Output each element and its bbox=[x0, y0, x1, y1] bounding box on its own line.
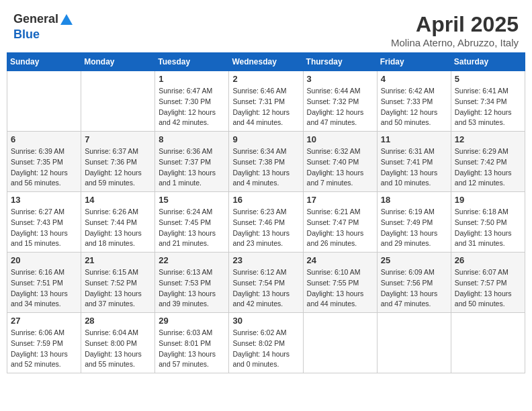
day-number: 2 bbox=[232, 74, 299, 84]
day-number: 21 bbox=[85, 255, 151, 265]
day-number: 15 bbox=[159, 195, 225, 205]
day-info: Sunrise: 6:02 AMSunset: 8:02 PMDaylight:… bbox=[232, 328, 299, 370]
calendar-cell: 3Sunrise: 6:44 AMSunset: 7:32 PMDaylight… bbox=[303, 71, 377, 132]
day-number: 19 bbox=[455, 195, 521, 205]
day-number: 9 bbox=[232, 134, 299, 144]
day-info: Sunrise: 6:42 AMSunset: 7:33 PMDaylight:… bbox=[381, 86, 447, 128]
day-number: 25 bbox=[381, 255, 447, 265]
day-info: Sunrise: 6:41 AMSunset: 7:34 PMDaylight:… bbox=[455, 86, 521, 128]
calendar-cell bbox=[303, 313, 377, 373]
calendar-cell: 14Sunrise: 6:26 AMSunset: 7:44 PMDayligh… bbox=[81, 192, 155, 253]
day-info: Sunrise: 6:44 AMSunset: 7:32 PMDaylight:… bbox=[307, 86, 373, 128]
calendar-cell: 4Sunrise: 6:42 AMSunset: 7:33 PMDaylight… bbox=[377, 71, 451, 132]
day-number: 8 bbox=[159, 134, 225, 144]
calendar-cell: 7Sunrise: 6:37 AMSunset: 7:36 PMDaylight… bbox=[81, 132, 155, 192]
day-info: Sunrise: 6:06 AMSunset: 7:59 PMDaylight:… bbox=[11, 328, 77, 370]
calendar-cell: 13Sunrise: 6:27 AMSunset: 7:43 PMDayligh… bbox=[7, 192, 81, 253]
calendar-cell: 2Sunrise: 6:46 AMSunset: 7:31 PMDaylight… bbox=[229, 71, 303, 132]
weekday-header-tuesday: Tuesday bbox=[155, 53, 229, 71]
day-info: Sunrise: 6:24 AMSunset: 7:45 PMDaylight:… bbox=[159, 207, 225, 249]
weekday-header-sunday: Sunday bbox=[7, 53, 81, 71]
day-number: 24 bbox=[307, 255, 373, 265]
weekday-header-friday: Friday bbox=[377, 53, 451, 71]
calendar-cell bbox=[451, 313, 525, 373]
day-info: Sunrise: 6:23 AMSunset: 7:46 PMDaylight:… bbox=[232, 207, 299, 249]
calendar-cell: 23Sunrise: 6:12 AMSunset: 7:54 PMDayligh… bbox=[229, 253, 303, 313]
weekday-header-monday: Monday bbox=[81, 53, 155, 71]
day-info: Sunrise: 6:21 AMSunset: 7:47 PMDaylight:… bbox=[307, 207, 373, 249]
logo: General Blue bbox=[13, 12, 75, 42]
calendar-cell: 10Sunrise: 6:32 AMSunset: 7:40 PMDayligh… bbox=[303, 132, 377, 192]
day-number: 10 bbox=[307, 134, 373, 144]
logo-blue-text: Blue bbox=[13, 28, 40, 41]
day-info: Sunrise: 6:34 AMSunset: 7:38 PMDaylight:… bbox=[232, 146, 299, 189]
day-number: 12 bbox=[455, 134, 521, 144]
day-info: Sunrise: 6:27 AMSunset: 7:43 PMDaylight:… bbox=[11, 207, 77, 249]
calendar-cell: 8Sunrise: 6:36 AMSunset: 7:37 PMDaylight… bbox=[155, 132, 229, 192]
logo-icon bbox=[59, 13, 74, 28]
calendar-cell: 19Sunrise: 6:18 AMSunset: 7:50 PMDayligh… bbox=[451, 192, 525, 253]
calendar-cell bbox=[81, 71, 155, 132]
calendar-header: SundayMondayTuesdayWednesdayThursdayFrid… bbox=[7, 53, 525, 71]
day-info: Sunrise: 6:18 AMSunset: 7:50 PMDaylight:… bbox=[455, 207, 521, 249]
calendar-cell: 17Sunrise: 6:21 AMSunset: 7:47 PMDayligh… bbox=[303, 192, 377, 253]
month-title: April 2025 bbox=[391, 12, 519, 37]
day-number: 29 bbox=[159, 316, 225, 326]
calendar-cell: 26Sunrise: 6:07 AMSunset: 7:57 PMDayligh… bbox=[451, 253, 525, 313]
day-info: Sunrise: 6:19 AMSunset: 7:49 PMDaylight:… bbox=[381, 207, 447, 249]
calendar-cell: 25Sunrise: 6:09 AMSunset: 7:56 PMDayligh… bbox=[377, 253, 451, 313]
day-info: Sunrise: 6:15 AMSunset: 7:52 PMDaylight:… bbox=[85, 267, 151, 310]
day-number: 27 bbox=[11, 316, 77, 326]
calendar-cell: 29Sunrise: 6:03 AMSunset: 8:01 PMDayligh… bbox=[155, 313, 229, 373]
calendar-cell: 15Sunrise: 6:24 AMSunset: 7:45 PMDayligh… bbox=[155, 192, 229, 253]
calendar-cell bbox=[7, 71, 81, 132]
day-info: Sunrise: 6:26 AMSunset: 7:44 PMDaylight:… bbox=[85, 207, 151, 249]
calendar-cell: 16Sunrise: 6:23 AMSunset: 7:46 PMDayligh… bbox=[229, 192, 303, 253]
calendar-cell: 22Sunrise: 6:13 AMSunset: 7:53 PMDayligh… bbox=[155, 253, 229, 313]
day-info: Sunrise: 6:09 AMSunset: 7:56 PMDaylight:… bbox=[381, 267, 447, 310]
weekday-header-thursday: Thursday bbox=[303, 53, 377, 71]
day-info: Sunrise: 6:39 AMSunset: 7:35 PMDaylight:… bbox=[11, 146, 77, 189]
day-info: Sunrise: 6:31 AMSunset: 7:41 PMDaylight:… bbox=[381, 146, 447, 189]
weekday-header-wednesday: Wednesday bbox=[229, 53, 303, 71]
day-number: 6 bbox=[11, 134, 77, 144]
calendar-cell: 12Sunrise: 6:29 AMSunset: 7:42 PMDayligh… bbox=[451, 132, 525, 192]
day-info: Sunrise: 6:36 AMSunset: 7:37 PMDaylight:… bbox=[159, 146, 225, 189]
day-info: Sunrise: 6:46 AMSunset: 7:31 PMDaylight:… bbox=[232, 86, 299, 128]
calendar-cell: 20Sunrise: 6:16 AMSunset: 7:51 PMDayligh… bbox=[7, 253, 81, 313]
calendar-cell: 9Sunrise: 6:34 AMSunset: 7:38 PMDaylight… bbox=[229, 132, 303, 192]
day-info: Sunrise: 6:07 AMSunset: 7:57 PMDaylight:… bbox=[455, 267, 521, 310]
day-number: 20 bbox=[11, 255, 77, 265]
calendar-cell bbox=[377, 313, 451, 373]
calendar-cell: 30Sunrise: 6:02 AMSunset: 8:02 PMDayligh… bbox=[229, 313, 303, 373]
day-info: Sunrise: 6:47 AMSunset: 7:30 PMDaylight:… bbox=[159, 86, 225, 128]
day-info: Sunrise: 6:12 AMSunset: 7:54 PMDaylight:… bbox=[232, 267, 299, 310]
day-number: 1 bbox=[159, 74, 225, 84]
day-number: 22 bbox=[159, 255, 225, 265]
calendar-cell: 24Sunrise: 6:10 AMSunset: 7:55 PMDayligh… bbox=[303, 253, 377, 313]
day-number: 11 bbox=[381, 134, 447, 144]
day-info: Sunrise: 6:29 AMSunset: 7:42 PMDaylight:… bbox=[455, 146, 521, 189]
weekday-header-saturday: Saturday bbox=[451, 53, 525, 71]
svg-marker-0 bbox=[60, 14, 73, 25]
day-number: 5 bbox=[455, 74, 521, 84]
calendar-cell: 6Sunrise: 6:39 AMSunset: 7:35 PMDaylight… bbox=[7, 132, 81, 192]
calendar-cell: 27Sunrise: 6:06 AMSunset: 7:59 PMDayligh… bbox=[7, 313, 81, 373]
day-info: Sunrise: 6:10 AMSunset: 7:55 PMDaylight:… bbox=[307, 267, 373, 310]
logo-general-text: General Blue bbox=[13, 12, 75, 42]
day-number: 23 bbox=[232, 255, 299, 265]
day-info: Sunrise: 6:03 AMSunset: 8:01 PMDaylight:… bbox=[159, 328, 225, 370]
day-info: Sunrise: 6:16 AMSunset: 7:51 PMDaylight:… bbox=[11, 267, 77, 310]
location-title: Molina Aterno, Abruzzo, Italy bbox=[391, 37, 519, 48]
day-number: 28 bbox=[85, 316, 151, 326]
day-number: 16 bbox=[232, 195, 299, 205]
day-info: Sunrise: 6:04 AMSunset: 8:00 PMDaylight:… bbox=[85, 328, 151, 370]
day-info: Sunrise: 6:32 AMSunset: 7:40 PMDaylight:… bbox=[307, 146, 373, 189]
calendar-cell: 18Sunrise: 6:19 AMSunset: 7:49 PMDayligh… bbox=[377, 192, 451, 253]
day-number: 30 bbox=[232, 316, 299, 326]
calendar-cell: 1Sunrise: 6:47 AMSunset: 7:30 PMDaylight… bbox=[155, 71, 229, 132]
day-info: Sunrise: 6:37 AMSunset: 7:36 PMDaylight:… bbox=[85, 146, 151, 189]
day-info: Sunrise: 6:13 AMSunset: 7:53 PMDaylight:… bbox=[159, 267, 225, 310]
calendar-cell: 5Sunrise: 6:41 AMSunset: 7:34 PMDaylight… bbox=[451, 71, 525, 132]
title-area: April 2025 Molina Aterno, Abruzzo, Italy bbox=[391, 12, 519, 48]
